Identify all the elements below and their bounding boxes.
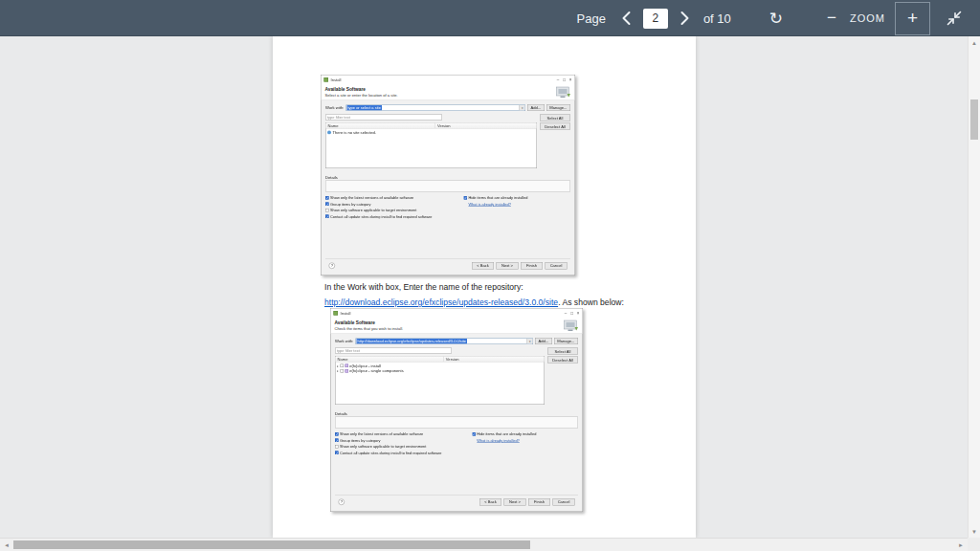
horizontal-scrollbar[interactable]: ◄ ► bbox=[0, 538, 968, 551]
scroll-down-button[interactable]: ▼ bbox=[969, 525, 980, 538]
table-column: type filter text Name Version bbox=[325, 115, 537, 169]
scroll-up-button[interactable]: ▲ bbox=[969, 36, 980, 49]
table-row-empty: There is no site selected. bbox=[326, 130, 537, 136]
previous-page-button[interactable] bbox=[621, 11, 632, 26]
eclipse-install-icon bbox=[334, 311, 339, 316]
option-group-by-category: Group items by category bbox=[325, 202, 458, 207]
checkbox-icon bbox=[335, 452, 339, 455]
dialog-titlebar: Install – □ × bbox=[322, 76, 575, 85]
dialog-footer: ? < Back Next > Finish Cancel bbox=[325, 259, 570, 273]
work-with-combo: type or select a site ▾ bbox=[345, 104, 525, 111]
scroll-left-button[interactable]: ◄ bbox=[0, 539, 13, 551]
close-icon: × bbox=[569, 77, 572, 82]
document-page: Install – □ × Available Software Select … bbox=[273, 36, 696, 538]
checkbox-icon bbox=[463, 196, 467, 200]
option-show-latest-versions: Show only the latest versions of availab… bbox=[335, 432, 467, 437]
collapse-arrows-icon bbox=[946, 10, 963, 27]
horizontal-scroll-thumb[interactable] bbox=[13, 540, 530, 549]
next-page-button[interactable] bbox=[679, 11, 690, 26]
help-button: ? bbox=[339, 499, 345, 506]
work-with-value: http://download.eclipse.org/efxclipse/up… bbox=[356, 339, 467, 344]
checkbox-icon bbox=[340, 369, 344, 373]
paragraph-text: In the Work with box, Enter the name of … bbox=[324, 282, 523, 292]
zoom-out-button[interactable]: − bbox=[827, 9, 836, 28]
option-hide-installed: Hide items that are already installed bbox=[463, 196, 570, 201]
checkbox-icon bbox=[325, 209, 329, 212]
option-applicable-software-only: Show only software applicable to target … bbox=[325, 209, 458, 213]
page-label: Page bbox=[577, 11, 606, 26]
page-number-input[interactable] bbox=[643, 9, 668, 29]
filter-input: type filter text bbox=[335, 348, 452, 354]
chevron-right-icon bbox=[679, 11, 690, 26]
banner-heading: Available Software bbox=[325, 86, 571, 92]
table-body: ▸ e(fx)clipse - install ▸ bbox=[336, 363, 545, 405]
options-left-column: Show only the latest versions of availab… bbox=[335, 432, 467, 455]
options-right-column: Hide items that are already installed Wh… bbox=[463, 196, 570, 219]
maximize-icon: □ bbox=[570, 311, 573, 316]
option-group-by-category: Group items by category bbox=[335, 438, 467, 443]
deselect-all-button: Deselect All bbox=[540, 123, 570, 130]
select-all-button: Select All bbox=[540, 115, 570, 121]
dialog-banner: Available Software Check the items that … bbox=[331, 318, 583, 334]
details-box bbox=[325, 181, 570, 192]
dialog-title: Install bbox=[331, 77, 342, 82]
back-button: < Back bbox=[479, 498, 501, 506]
options-right-column: Hide items that are already installed Wh… bbox=[472, 432, 578, 455]
minimize-icon: – bbox=[557, 77, 560, 82]
column-version: Version bbox=[435, 123, 537, 128]
option-contact-all-sites: Contact all update sites during install … bbox=[335, 451, 467, 455]
software-table: Name Version There is no site selected. bbox=[325, 122, 537, 168]
table-body: There is no site selected. bbox=[326, 129, 537, 168]
viewer-toolbar: Page of 10 ↻ − ZOOM + bbox=[0, 0, 980, 36]
back-button: < Back bbox=[472, 262, 494, 270]
manage-button: Manage... bbox=[546, 104, 570, 111]
plus-icon: + bbox=[907, 8, 918, 29]
dialog-titlebar: Install – □ × bbox=[331, 309, 583, 319]
work-with-label: Work with: bbox=[325, 105, 344, 110]
option-applicable-software-only: Show only software applicable to target … bbox=[335, 445, 467, 450]
dialog-title: Install bbox=[341, 311, 351, 316]
toolbar-controls: Page of 10 ↻ − ZOOM + bbox=[577, 0, 965, 36]
checkbox-icon bbox=[325, 203, 329, 207]
install-wizard-icon bbox=[556, 86, 571, 99]
cancel-button: Cancel bbox=[546, 262, 568, 270]
info-icon bbox=[327, 130, 331, 134]
dialog-footer: ? < Back Next > Finish Cancel bbox=[335, 496, 578, 509]
selection-buttons: Select All Deselect All bbox=[547, 348, 578, 406]
embedded-screenshot-install-dialog-empty: Install – □ × Available Software Select … bbox=[321, 75, 575, 276]
scroll-right-button[interactable]: ► bbox=[954, 539, 968, 551]
tree-row-efxclipse-single-components: ▸ e(fx)clipse - single components bbox=[336, 368, 545, 374]
work-with-combo: http://download.eclipse.org/efxclipse/up… bbox=[355, 338, 533, 344]
option-hide-installed: Hide items that are already installed bbox=[472, 432, 578, 437]
dialog-body: Work with: http://download.eclipse.org/e… bbox=[331, 334, 583, 512]
details-box bbox=[335, 417, 578, 429]
checkbox-icon bbox=[472, 432, 476, 436]
filter-and-table: type filter text Name Version ▸ bbox=[335, 348, 578, 406]
minus-icon: − bbox=[827, 9, 836, 28]
link-suffix-text: . As shown below: bbox=[558, 298, 624, 307]
zoom-in-button[interactable]: + bbox=[895, 2, 930, 35]
feature-category-icon bbox=[345, 369, 348, 373]
work-with-row: Work with: http://download.eclipse.org/e… bbox=[335, 338, 578, 344]
what-is-installed-link: What is already installed? bbox=[477, 438, 578, 443]
refresh-button[interactable]: ↻ bbox=[769, 9, 783, 29]
details-label: Details bbox=[335, 411, 578, 416]
empty-row-label: There is no site selected. bbox=[333, 130, 377, 135]
repository-hyperlink[interactable]: http://download.eclipse.org/efxclipse/up… bbox=[324, 298, 558, 307]
details-section: Details bbox=[335, 411, 578, 429]
option-contact-all-sites: Contact all update sites during install … bbox=[325, 214, 458, 219]
filter-and-table: type filter text Name Version bbox=[325, 115, 570, 169]
combo-dropdown-icon: ▾ bbox=[520, 105, 525, 111]
window-controls: – □ × bbox=[557, 77, 572, 82]
vertical-scrollbar[interactable]: ▲ ▼ bbox=[968, 36, 980, 538]
select-all-button: Select All bbox=[547, 348, 578, 355]
zoom-label: ZOOM bbox=[850, 12, 885, 24]
next-button: Next > bbox=[504, 498, 526, 506]
expand-icon: ▸ bbox=[337, 364, 339, 367]
vertical-scroll-thumb[interactable] bbox=[970, 99, 978, 140]
cancel-button: Cancel bbox=[553, 498, 575, 506]
link-line: http://download.eclipse.org/efxclipse/up… bbox=[324, 298, 624, 307]
next-button: Next > bbox=[497, 262, 519, 270]
add-button: Add... bbox=[527, 104, 545, 111]
fit-to-screen-button[interactable] bbox=[946, 10, 963, 27]
